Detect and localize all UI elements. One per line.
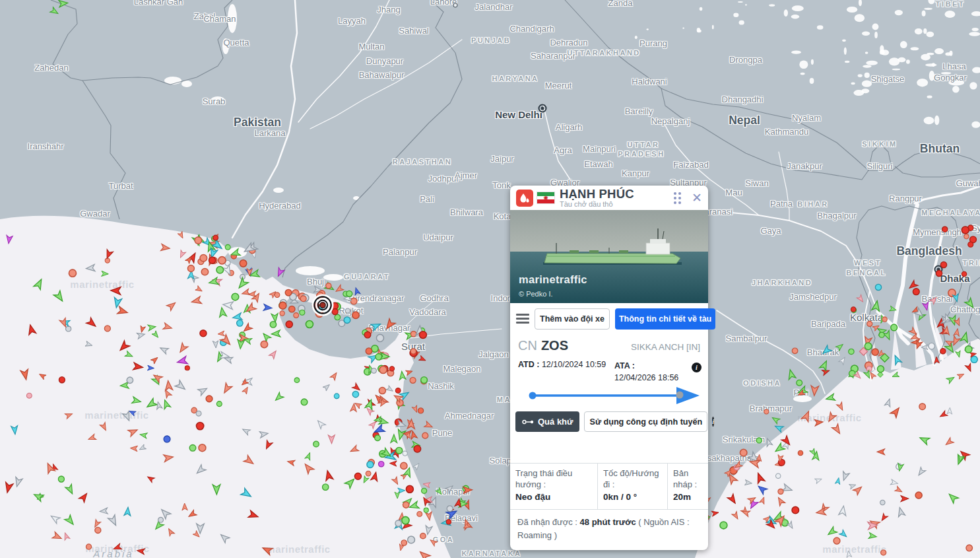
vessel-marker[interactable] (237, 320, 244, 327)
vessel-marker[interactable] (877, 449, 885, 455)
vessel-marker[interactable] (372, 368, 377, 373)
vessel-marker[interactable] (26, 393, 32, 398)
info-icon[interactable]: i (692, 363, 702, 372)
vessel-marker[interactable] (965, 363, 973, 372)
vessel-marker[interactable] (778, 489, 783, 494)
vessel-marker[interactable] (271, 330, 280, 337)
vessel-marker[interactable] (929, 343, 935, 349)
vessel-marker[interactable] (137, 331, 145, 339)
vessel-marker[interactable] (936, 270, 942, 276)
menu-icon[interactable] (516, 314, 529, 324)
vessel-marker[interactable] (137, 547, 145, 554)
vessel-marker[interactable] (261, 341, 268, 348)
vessel-marker[interactable] (916, 467, 926, 477)
vessel-marker[interactable] (300, 296, 306, 302)
vessel-marker[interactable] (221, 383, 232, 395)
vessel-marker[interactable] (890, 405, 902, 417)
vessel-marker[interactable] (323, 383, 331, 391)
vessel-marker[interactable] (913, 289, 919, 295)
vessel-marker[interactable] (147, 365, 154, 370)
vessel-marker[interactable] (159, 345, 169, 355)
vessel-marker[interactable] (285, 289, 292, 296)
close-icon[interactable]: ✕ (692, 192, 702, 204)
vessel-marker[interactable] (771, 415, 780, 424)
vessel-marker[interactable] (334, 394, 339, 399)
vessel-marker[interactable] (964, 234, 969, 238)
vessel-marker[interactable] (414, 446, 420, 452)
vessel-marker[interactable] (754, 472, 765, 484)
vessel-marker[interactable] (447, 506, 453, 512)
vessel-marker[interactable] (966, 545, 973, 551)
vessel-marker[interactable] (236, 278, 249, 291)
vessel-marker[interactable] (403, 502, 408, 508)
vessel-marker[interactable] (880, 513, 888, 522)
vessel-marker[interactable] (65, 515, 77, 527)
vessel-marker[interactable] (66, 326, 71, 331)
vessel-marker[interactable] (371, 471, 379, 481)
vessel-marker[interactable] (389, 366, 394, 371)
vessel-marker[interactable] (386, 386, 394, 394)
vessel-marker[interactable] (884, 398, 892, 407)
vessel-marker[interactable] (895, 486, 903, 494)
vessel-marker[interactable] (324, 470, 333, 481)
vessel-marker[interactable] (367, 462, 374, 468)
vessel-marker[interactable] (287, 459, 296, 466)
vessel-marker[interactable] (413, 462, 421, 470)
vessel-marker[interactable] (403, 451, 407, 456)
vessel-marker[interactable] (269, 349, 278, 359)
vessel-marker[interactable] (727, 494, 738, 505)
vessel-marker[interactable] (13, 477, 22, 487)
vessel-marker[interactable] (820, 359, 830, 370)
vessel-marker[interactable] (841, 471, 850, 481)
vessel-marker[interactable] (216, 266, 224, 273)
vessel-marker[interactable] (34, 277, 45, 289)
vessel-marker[interactable] (792, 506, 799, 514)
vessel-marker[interactable] (195, 237, 202, 244)
vessel-marker[interactable] (187, 510, 197, 519)
vessel-marker[interactable] (446, 519, 451, 524)
vessel-marker[interactable] (402, 516, 409, 524)
vessel-marker[interactable] (773, 443, 785, 454)
vessel-marker[interactable] (880, 500, 885, 505)
vessel-marker[interactable] (846, 550, 852, 557)
vessel-marker[interactable] (100, 423, 108, 432)
vessel-marker[interactable] (279, 302, 286, 309)
vessel-marker[interactable] (294, 378, 300, 383)
vessel-marker[interactable] (410, 377, 416, 383)
vessel-marker[interactable] (86, 318, 98, 329)
vessel-marker[interactable] (20, 369, 30, 380)
vessel-marker[interactable] (280, 311, 284, 316)
vessel-marker[interactable] (383, 319, 395, 331)
vessel-marker[interactable] (127, 377, 133, 383)
vessel-marker[interactable] (371, 321, 382, 331)
vessel-marker[interactable] (26, 324, 36, 335)
vessel-marker[interactable] (399, 371, 406, 380)
vessel-marker[interactable] (313, 441, 319, 447)
vessel-marker[interactable] (189, 444, 196, 451)
vessel-marker[interactable] (59, 0, 68, 7)
vessel-marker[interactable] (353, 287, 360, 295)
vessel-marker[interactable] (744, 479, 752, 486)
vessel-marker[interactable] (889, 306, 897, 312)
vessel-marker[interactable] (954, 328, 960, 336)
vessel-marker[interactable] (379, 388, 385, 394)
vessel-marker[interactable] (305, 452, 312, 460)
vessel-marker[interactable] (5, 235, 13, 244)
vessel-marker[interactable] (63, 532, 70, 540)
vessel-marker[interactable] (901, 496, 909, 502)
vessel-marker[interactable] (867, 321, 872, 326)
vessel-marker[interactable] (191, 296, 201, 306)
vessel-marker[interactable] (113, 543, 122, 551)
vessel-marker[interactable] (756, 438, 762, 443)
vessel-marker[interactable] (263, 440, 273, 450)
vessel-marker[interactable] (335, 314, 341, 320)
vessel-marker[interactable] (956, 351, 962, 358)
vessel-marker[interactable] (300, 310, 305, 315)
vessel-marker[interactable] (354, 473, 361, 479)
vessel-marker[interactable] (328, 435, 335, 444)
vessel-marker[interactable] (944, 438, 954, 447)
vessel-marker[interactable] (275, 267, 284, 277)
vessel-marker[interactable] (930, 295, 938, 304)
vessel-marker[interactable] (816, 508, 826, 516)
vessel-marker[interactable] (196, 524, 204, 534)
